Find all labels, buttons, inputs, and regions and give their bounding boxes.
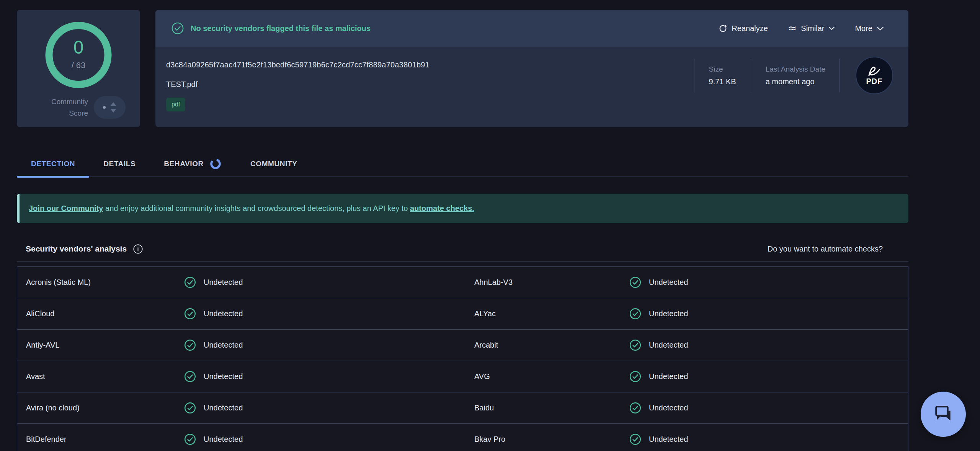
tab-details-label: DETAILS <box>103 160 136 168</box>
file-info: d3c84a09265f7aac471f5e2f13bedf6c59719b6c… <box>155 47 908 111</box>
tab-community[interactable]: COMMUNITY <box>236 151 312 176</box>
last-analysis-value: a moment ago <box>766 77 825 86</box>
last-analysis-date: Last Analysis Date a moment ago <box>751 65 839 86</box>
detection-result: Undetected <box>184 276 474 288</box>
file-tags: pdf <box>166 98 908 111</box>
more-label: More <box>855 24 872 33</box>
size-label: Size <box>709 65 736 74</box>
detection-result: Undetected <box>629 308 908 320</box>
undetected-check-icon <box>629 433 641 445</box>
vendor-name: BitDefender <box>17 435 184 444</box>
last-analysis-label: Last Analysis Date <box>766 65 825 74</box>
detection-result: Undetected <box>184 402 474 414</box>
vendor-name: Arcabit <box>474 341 629 350</box>
file-summary-panel: No security vendors flagged this file as… <box>155 10 908 127</box>
vendor-name: Baidu <box>474 404 629 412</box>
detection-status-label: Undetected <box>204 372 243 381</box>
detection-result: Undetected <box>184 371 474 382</box>
table-row: Avira (no cloud) Undetected Baidu <box>17 392 908 424</box>
loading-spinner-icon <box>209 157 222 170</box>
undetected-check-icon <box>629 371 641 382</box>
security-vendors-table: Acronis (Static ML) Undetected AhnLab-V3 <box>17 266 908 451</box>
info-icon[interactable] <box>133 244 143 254</box>
table-row: Acronis (Static ML) Undetected AhnLab-V3 <box>17 267 908 298</box>
detection-status-label: Undetected <box>649 372 688 381</box>
community-vote-widget[interactable] <box>94 96 126 119</box>
more-button[interactable]: More <box>855 24 884 33</box>
chat-support-button[interactable] <box>921 392 966 437</box>
adobe-pdf-icon <box>867 66 882 77</box>
table-row: Avast Undetected AVG <box>17 361 908 392</box>
file-meta: Size 9.71 KB Last Analysis Date a moment… <box>694 57 893 94</box>
vendor-name: AVG <box>474 372 629 381</box>
detection-result: Undetected <box>184 308 474 320</box>
tab-details[interactable]: DETAILS <box>89 151 150 176</box>
community-score-card: 0 / 63 Community Score <box>17 10 140 127</box>
undetected-check-icon <box>184 276 196 288</box>
automate-checks-link[interactable]: automate checks. <box>410 204 474 212</box>
community-banner-middle: and enjoy additional community insights … <box>103 204 410 212</box>
undetected-check-icon <box>184 339 196 351</box>
reanalyze-button[interactable]: Reanalyze <box>719 24 768 33</box>
chat-bubbles-icon <box>933 404 954 425</box>
detection-status-label: Undetected <box>204 309 243 318</box>
tab-detection[interactable]: DETECTION <box>17 151 89 176</box>
detection-status-label: Undetected <box>649 309 688 318</box>
verdict-text: No security vendors flagged this file as… <box>191 24 371 33</box>
undetected-check-icon <box>184 308 196 320</box>
detection-status-label: Undetected <box>649 341 688 350</box>
table-row: Antiy-AVL Undetected Arcabit <box>17 330 908 361</box>
vendor-name: Acronis (Static ML) <box>17 278 184 287</box>
check-circle-icon <box>171 22 184 35</box>
up-down-vote-arrows-icon[interactable] <box>110 102 116 113</box>
tab-behavior[interactable]: BEHAVIOR <box>150 151 236 176</box>
file-tag-pdf[interactable]: pdf <box>166 98 185 111</box>
detection-result: Undetected <box>184 339 474 351</box>
verdict-message: No security vendors flagged this file as… <box>171 22 719 35</box>
divider <box>17 261 908 262</box>
chevron-down-icon <box>877 26 884 31</box>
undetected-check-icon <box>629 402 641 414</box>
vote-up-icon[interactable] <box>110 102 116 106</box>
detection-result: Undetected <box>629 433 908 445</box>
similar-button[interactable]: ≈ Similar <box>788 24 835 33</box>
tab-detection-label: DETECTION <box>31 160 75 168</box>
refresh-icon <box>719 24 727 33</box>
divider <box>839 59 840 92</box>
report-tabs: DETECTION DETAILS BEHAVIOR COMMUNITY <box>17 151 908 177</box>
undetected-check-icon <box>629 308 641 320</box>
vote-down-icon[interactable] <box>110 109 116 113</box>
size-value: 9.71 KB <box>709 77 736 86</box>
score-footer: Community Score <box>17 96 126 119</box>
detection-score-ring: 0 / 63 <box>46 22 112 88</box>
similar-label: Similar <box>801 24 824 33</box>
join-community-link[interactable]: Join our Community <box>29 204 103 212</box>
undetected-check-icon <box>629 339 641 351</box>
automate-checks-prompt[interactable]: Do you want to automate checks? <box>768 245 883 253</box>
community-banner-text: Join our Community and enjoy additional … <box>29 204 474 213</box>
detection-result: Undetected <box>629 371 908 382</box>
file-size: Size 9.71 KB <box>694 65 751 86</box>
verdict-banner: No security vendors flagged this file as… <box>155 10 908 47</box>
reanalyze-label: Reanalyze <box>732 24 768 33</box>
detection-result: Undetected <box>629 402 908 414</box>
undetected-check-icon <box>629 276 641 288</box>
action-buttons: Reanalyze ≈ Similar More <box>719 24 884 33</box>
vendor-name: ALYac <box>474 309 629 318</box>
undetected-check-icon <box>184 433 196 445</box>
detection-status-label: Undetected <box>649 435 688 444</box>
detection-status-label: Undetected <box>204 278 243 287</box>
vendor-name: AhnLab-V3 <box>474 278 629 287</box>
virustotal-file-report-page: 0 / 63 Community Score No security vendo <box>0 0 980 451</box>
vendor-name: AliCloud <box>17 309 184 318</box>
detection-status-label: Undetected <box>204 404 243 412</box>
detection-status-label: Undetected <box>204 435 243 444</box>
tab-community-label: COMMUNITY <box>250 160 297 168</box>
waves-icon: ≈ <box>788 25 797 31</box>
detection-result: Undetected <box>629 276 908 288</box>
vote-dot-icon <box>103 106 106 109</box>
detection-status-label: Undetected <box>204 341 243 350</box>
detection-result: Undetected <box>629 339 908 351</box>
file-type-label: PDF <box>866 77 883 85</box>
table-row: BitDefender Undetected Bkav Pro <box>17 424 908 451</box>
